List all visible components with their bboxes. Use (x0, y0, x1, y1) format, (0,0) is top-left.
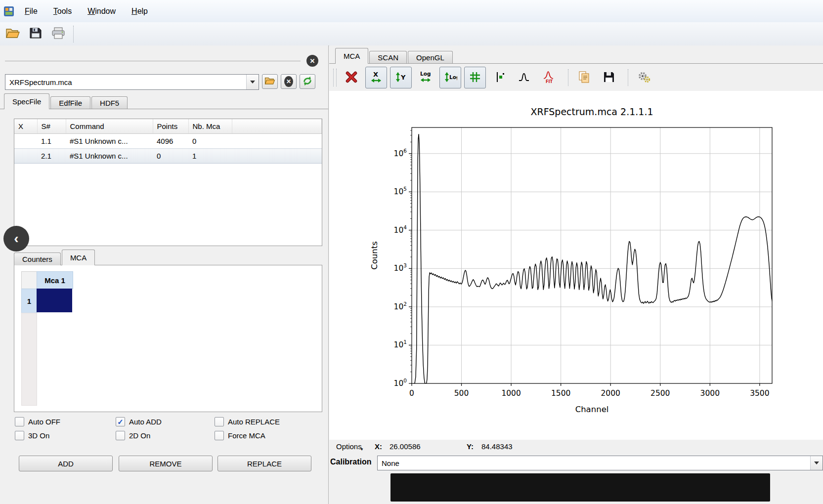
svg-text:2000: 2000 (601, 389, 620, 398)
combo-arrow[interactable] (810, 456, 823, 470)
scan-header-row[interactable]: X S# Command Points Nb. Mca (14, 119, 322, 134)
svg-text:Channel: Channel (575, 405, 609, 414)
collapse-panel-button[interactable]: ‹ (3, 226, 29, 252)
checkbox-box[interactable] (215, 431, 224, 440)
checkbox-box[interactable] (15, 431, 24, 440)
calibration-label: Calibration (330, 458, 372, 466)
bottom-widget (390, 473, 770, 502)
checkbox-auto-add[interactable]: Auto ADD (116, 417, 162, 426)
scan-list: X S# Command Points Nb. Mca 1.1 #S1 Un (14, 119, 322, 246)
peak-markers-button[interactable] (489, 67, 511, 88)
calibration-combobox[interactable]: None (377, 456, 823, 470)
open-folder-icon (5, 27, 20, 41)
mca-column-header[interactable]: Mca 1 (37, 271, 73, 289)
y-autoscale-button[interactable]: Y (390, 67, 412, 88)
print-button[interactable] (48, 24, 68, 44)
tab-mca[interactable]: MCA (62, 250, 95, 265)
red-x-icon (345, 70, 358, 85)
source-file-value: XRFSpectrum.mca (5, 78, 246, 86)
checkbox-label: Auto ADD (129, 418, 162, 426)
y-log-button[interactable]: Log (439, 67, 461, 88)
app-icon (4, 6, 14, 16)
mca-selection-table: Mca 1 1 (14, 265, 322, 412)
tab-hdf5[interactable]: HDF5 (91, 96, 128, 109)
y-autoscale-icon: Y (394, 70, 408, 85)
svg-text:101: 101 (394, 339, 407, 349)
checkbox-3d-on[interactable]: 3D On (15, 431, 49, 440)
menu-file[interactable]: File (19, 5, 43, 18)
fit-button[interactable]: FIT (538, 67, 560, 88)
save-button[interactable] (26, 24, 45, 44)
menu-help[interactable]: Help (126, 5, 154, 18)
menu-window[interactable]: Window (82, 5, 122, 18)
checkbox-box[interactable] (116, 417, 125, 426)
cursor-x-label: X: (375, 442, 382, 451)
svg-text:0: 0 (409, 389, 414, 398)
mca-row-header[interactable]: 1 (21, 289, 37, 313)
copy-print-button[interactable] (573, 67, 595, 88)
mca-selected-cell[interactable] (37, 289, 72, 312)
save-plot-button[interactable] (598, 67, 620, 88)
menu-tools[interactable]: Tools (47, 5, 78, 18)
svg-text:104: 104 (394, 224, 407, 235)
source-file-combobox[interactable]: XRFSpectrum.mca (5, 74, 259, 90)
settings-button[interactable] (633, 67, 655, 88)
data-view-tabs: Counters MCA (14, 250, 96, 265)
spectrum-plot[interactable]: 0500100015002000250030003500100101102103… (329, 91, 823, 440)
checkbox-2d-on[interactable]: 2D On (116, 431, 150, 440)
checkbox-auto-off[interactable]: Auto OFF (15, 417, 60, 426)
checkbox-box[interactable] (116, 431, 125, 440)
close-icon: ✕ (284, 76, 293, 87)
calibration-row: Calibration None (329, 456, 823, 470)
checkbox-force-mca[interactable]: Force MCA (215, 431, 265, 440)
replace-button[interactable]: REPLACE (217, 456, 311, 471)
options-button[interactable]: Options▾ (336, 442, 364, 451)
x-log-button[interactable]: Log (415, 67, 436, 88)
svg-text:103: 103 (394, 262, 407, 273)
remove-button[interactable]: REMOVE (119, 456, 213, 471)
gears-icon (637, 70, 651, 85)
open-file-button[interactable] (3, 24, 23, 44)
menubar: File Tools Window Help (0, 0, 823, 23)
grid-icon (468, 70, 482, 85)
grid-button[interactable] (464, 67, 486, 88)
x-autoscale-button[interactable]: X (365, 67, 387, 88)
tab-edffile[interactable]: EdfFile (50, 96, 90, 109)
plot-status-row: Options▾ X: 26.00586 Y: 84.48343 (329, 441, 823, 454)
zoom-reset-button[interactable] (341, 67, 362, 88)
tab-scan-plot[interactable]: SCAN (369, 51, 407, 64)
tab-opengl-plot[interactable]: OpenGL (408, 51, 453, 64)
x-autoscale-icon: X (369, 70, 383, 85)
close-source-button[interactable]: ✕ (281, 74, 297, 89)
tabline (329, 63, 823, 64)
refresh-icon (302, 75, 313, 88)
checkbox-box[interactable] (215, 417, 224, 426)
tab-counters[interactable]: Counters (14, 252, 61, 265)
open-source-button[interactable] (262, 74, 278, 89)
checkbox-label: 2D On (129, 431, 150, 440)
main-area: ✕ XRFSpectrum.mca ✕ (0, 45, 823, 504)
add-button[interactable]: ADD (19, 456, 113, 471)
svg-text:Log: Log (449, 74, 457, 80)
scan-row[interactable]: 1.1 #S1 Unknown c... 4096 0 (14, 134, 322, 149)
chevron-down-icon: ▾ (361, 447, 363, 452)
tab-mca-plot[interactable]: MCA (335, 48, 368, 64)
refresh-source-button[interactable] (300, 74, 315, 89)
toolbar-handle[interactable] (333, 69, 337, 86)
svg-text:1500: 1500 (551, 389, 570, 398)
row-header-strip (21, 313, 37, 406)
dock-separator (5, 61, 301, 61)
x-log-icon: Log (419, 70, 433, 85)
svg-text:Log: Log (420, 71, 431, 77)
source-browser-panel: ✕ XRFSpectrum.mca ✕ (0, 45, 329, 504)
checkbox-box[interactable] (15, 417, 24, 426)
tab-specfile[interactable]: SpecFile (4, 93, 49, 109)
combo-arrow[interactable] (246, 75, 259, 89)
scan-row[interactable]: 2.1 #S1 Unknown c... 0 1 (14, 149, 322, 164)
cursor-x-value: 26.00586 (390, 442, 421, 451)
svg-text:106: 106 (394, 148, 407, 158)
smoothing-button[interactable] (514, 67, 535, 88)
close-panel-button[interactable]: ✕ (306, 55, 318, 67)
svg-text:102: 102 (394, 301, 407, 311)
checkbox-auto-replace[interactable]: Auto REPLACE (215, 417, 280, 426)
